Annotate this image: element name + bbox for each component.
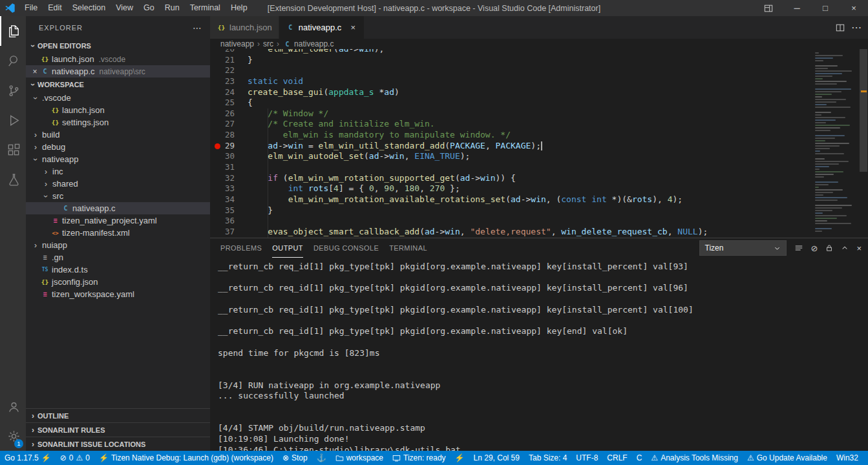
status-debug-launch[interactable]: ⚡Tizen Native Debug: Launch (gdb) (works…: [94, 451, 278, 465]
panel-tab-terminal[interactable]: TERMINAL: [389, 238, 427, 258]
menu-help[interactable]: Help: [226, 0, 253, 16]
breadcrumb-src[interactable]: src: [263, 39, 273, 48]
scrollbar-slider[interactable]: [860, 49, 867, 172]
line-number[interactable]: 33: [210, 183, 242, 194]
menu-go[interactable]: Go: [138, 0, 160, 16]
code-line-31[interactable]: 31: [210, 162, 868, 173]
open-editor-launch-json[interactable]: {}launch.json.vscode: [26, 53, 210, 65]
line-number[interactable]: 27: [210, 119, 242, 130]
close-editor-icon[interactable]: ×: [30, 67, 40, 76]
maximize-button[interactable]: □: [811, 0, 840, 16]
file-launch-json[interactable]: {}launch.json: [26, 104, 210, 116]
activity-accounts[interactable]: [0, 391, 26, 421]
folder-nativeapp[interactable]: ›nativeapp: [26, 153, 210, 165]
status-workspace[interactable]: workspace: [331, 451, 388, 465]
tab-nativeapp-c[interactable]: Cnativeapp.c×: [279, 16, 365, 39]
file-gn[interactable]: ≡.gn: [26, 251, 210, 264]
activity-search[interactable]: [0, 46, 26, 76]
menu-edit[interactable]: Edit: [43, 0, 67, 16]
line-number[interactable]: 34: [210, 194, 242, 205]
code-line-23[interactable]: 23static void: [210, 76, 868, 87]
status-go-version[interactable]: Go 1.17.5⚡: [0, 451, 56, 465]
line-number[interactable]: 22: [210, 65, 242, 76]
section-workspace[interactable]: › WORKSPACE: [26, 78, 210, 92]
code-line-21[interactable]: 21}: [210, 55, 868, 66]
code-line-28[interactable]: 28 elm_win is mandatory to manipulate wi…: [210, 130, 868, 141]
section-outline[interactable]: ›OUTLINE: [26, 408, 210, 422]
line-number[interactable]: 32: [210, 173, 242, 184]
folder-nuiapp[interactable]: ›nuiapp: [26, 239, 210, 251]
code-editor[interactable]: 20 elm_win_lower(ad->win);21}2223static …: [210, 49, 868, 238]
minimap[interactable]: [812, 49, 859, 238]
file-tizen-workspace-yaml[interactable]: ≡tizen_workspace.yaml: [26, 288, 210, 300]
status-notifications[interactable]: [863, 451, 868, 465]
folder-build[interactable]: ›build: [26, 129, 210, 141]
line-number[interactable]: 25: [210, 98, 242, 108]
line-number[interactable]: 31: [210, 162, 242, 173]
status-cursor-position[interactable]: Ln 29, Col 59: [469, 451, 524, 465]
activity-run-and-debug[interactable]: [0, 105, 26, 135]
section-sonarlint-rules[interactable]: ›SONARLINT RULES: [26, 422, 210, 437]
code-line-33[interactable]: 33 int rots[4] = { 0, 90, 180, 270 };: [210, 183, 868, 194]
line-number[interactable]: 28: [210, 130, 242, 141]
code-line-32[interactable]: 32 if (elm_win_wm_rotation_supported_get…: [210, 173, 868, 184]
folder-shared[interactable]: ›shared: [26, 178, 210, 190]
line-number[interactable]: 35: [210, 205, 242, 216]
views-more-icon[interactable]: ⋯: [193, 23, 202, 33]
code-line-24[interactable]: 24create_base_gui(appdata_s *ad): [210, 87, 868, 98]
editor-scrollbar[interactable]: [859, 49, 868, 238]
code-line-36[interactable]: 36: [210, 216, 868, 227]
status-platform[interactable]: Win32: [832, 451, 863, 465]
section-open-editors[interactable]: › OPEN EDITORS: [26, 39, 210, 53]
status-tab-size[interactable]: Tab Size: 4: [524, 451, 571, 465]
more-actions-icon[interactable]: ⋯: [851, 23, 862, 33]
activity-testing[interactable]: [0, 165, 26, 194]
file-nativeapp-c[interactable]: Cnativeapp.c: [26, 202, 210, 214]
output-content[interactable]: __return_cb req_id[1] pkg_type[tpk] pkgi…: [210, 258, 868, 451]
open-editor-nativeapp-c[interactable]: ×Cnativeapp.cnativeapp\src: [26, 65, 210, 78]
menu-terminal[interactable]: Terminal: [185, 0, 226, 16]
code-line-29[interactable]: 29 ad->win = elm_win_util_standard_add(P…: [210, 141, 868, 152]
breadcrumb-nativeapp-c[interactable]: nativeapp.c: [294, 39, 333, 48]
code-line-37[interactable]: 37 evas_object_smart_callback_add(ad->wi…: [210, 227, 868, 238]
clear-output[interactable]: ⊘: [811, 244, 818, 253]
status-language-mode[interactable]: C: [632, 451, 647, 465]
menu-view[interactable]: View: [111, 0, 138, 16]
status-eol[interactable]: CRLF: [602, 451, 631, 465]
code-line-25[interactable]: 25{: [210, 98, 868, 108]
file-tizen-manifest-xml[interactable]: <>tizen-manifest.xml: [26, 227, 210, 239]
code-line-27[interactable]: 27 /* Create and initialize elm_win.: [210, 119, 868, 130]
minimize-button[interactable]: ─: [783, 0, 811, 16]
status-encoding[interactable]: UTF-8: [571, 451, 602, 465]
menu-file[interactable]: File: [19, 0, 43, 16]
line-number[interactable]: 23: [210, 76, 242, 87]
status-go-update[interactable]: ⚠Go Update Available: [743, 451, 832, 465]
status-stop[interactable]: ⊗Stop: [278, 451, 312, 465]
code-line-20[interactable]: 20 elm_win_lower(ad->win);: [210, 49, 868, 55]
folder-inc[interactable]: ›inc: [26, 165, 210, 178]
line-number[interactable]: 21: [210, 55, 242, 66]
output-actions[interactable]: [794, 243, 803, 253]
maximize-panel[interactable]: [841, 244, 849, 252]
lock-scrolling[interactable]: [825, 244, 833, 252]
section-sonarlint-issue-locations[interactable]: ›SONARLINT ISSUE LOCATIONS: [26, 437, 210, 451]
folder-vscode[interactable]: ›.vscode: [26, 92, 210, 104]
line-number[interactable]: 29: [210, 141, 242, 152]
file-jsconfig-json[interactable]: {}jsconfig.json: [26, 276, 210, 288]
close-panel[interactable]: ×: [856, 244, 862, 253]
code-line-22[interactable]: 22: [210, 65, 868, 76]
status-problems[interactable]: ⊘0⚠0: [56, 451, 94, 465]
close-tab-icon[interactable]: ×: [348, 23, 357, 32]
code-line-30[interactable]: 30 elm_win_autodel_set(ad->win, EINA_TRU…: [210, 151, 868, 162]
activity-source-control[interactable]: [0, 76, 26, 105]
folder-src[interactable]: ›src: [26, 190, 210, 202]
breadcrumb-nativeapp[interactable]: nativeapp: [220, 39, 254, 48]
status-anchor[interactable]: ⚓: [312, 451, 331, 465]
line-number[interactable]: 36: [210, 216, 242, 227]
line-number[interactable]: 24: [210, 87, 242, 98]
activity-explorer[interactable]: [0, 16, 26, 46]
file-settings-json[interactable]: {}settings.json: [26, 116, 210, 129]
split-editor-icon[interactable]: [836, 23, 845, 32]
code-line-34[interactable]: 34 elm_win_wm_rotation_available_rotatio…: [210, 194, 868, 205]
panel-tab-problems[interactable]: PROBLEMS: [220, 238, 262, 258]
